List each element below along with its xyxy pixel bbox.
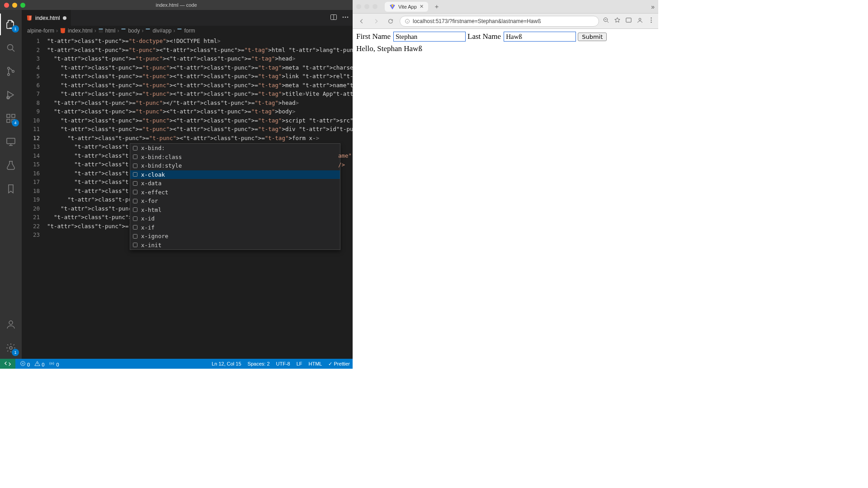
suggest-item[interactable]: x-bind:style [130, 161, 340, 170]
vscode-window: index.html — code 1 4 [0, 0, 353, 369]
forward-button[interactable] [371, 16, 382, 27]
submit-button[interactable]: Submit [578, 33, 607, 41]
minimize-window-button[interactable] [12, 3, 17, 8]
svg-rect-24 [133, 216, 137, 221]
tab-index-html[interactable]: index.html [22, 10, 71, 26]
remote-indicator[interactable] [0, 359, 15, 369]
suggest-item[interactable]: x-data [130, 179, 340, 188]
address-bar[interactable]: localhost:5173/?firstname=Stephan&lastna… [400, 16, 599, 27]
suggest-item[interactable]: x-id [130, 214, 340, 223]
status-errors[interactable]: 0 [20, 361, 30, 367]
browser-minimize-button[interactable] [364, 4, 369, 9]
suggest-item[interactable]: x-cloak [130, 170, 340, 179]
extensions-puzzle-icon[interactable] [625, 17, 632, 25]
vite-favicon-icon [389, 4, 396, 10]
suggest-kind-icon [132, 233, 138, 239]
svg-rect-25 [133, 225, 137, 230]
breadcrumb-item[interactable]: index.html [60, 28, 93, 34]
suggest-item[interactable]: x-effect [130, 188, 340, 197]
suggest-item[interactable]: x-for [130, 197, 340, 206]
split-editor-icon[interactable] [330, 14, 337, 23]
source-control-icon[interactable] [0, 61, 22, 82]
profile-icon[interactable] [637, 17, 643, 25]
status-encoding[interactable]: UTF-8 [276, 361, 290, 366]
testing-icon[interactable] [0, 155, 22, 176]
lastname-input[interactable] [504, 32, 576, 42]
settings-gear-icon[interactable]: 1 [0, 337, 22, 359]
browser-window: Vite App ✕ ＋ » localhost:5173/?firstname… [353, 0, 658, 369]
svg-point-33 [639, 18, 641, 20]
status-eol[interactable]: LF [297, 361, 302, 366]
more-actions-icon[interactable] [342, 14, 349, 23]
browser-maximize-button[interactable] [373, 4, 377, 9]
explorer-icon[interactable]: 1 [0, 14, 22, 35]
svg-rect-26 [133, 234, 137, 238]
suggest-item[interactable]: x-ignore [130, 232, 340, 241]
search-icon[interactable] [0, 37, 22, 59]
browser-tab[interactable]: Vite App ✕ [385, 2, 428, 12]
svg-point-2 [8, 74, 10, 76]
suggest-kind-icon [132, 198, 138, 204]
url-text: localhost:5173/?firstname=Stephan&lastna… [413, 18, 541, 24]
breadcrumbs[interactable]: alpine-form› index.html› html› body› div… [22, 26, 353, 36]
svg-rect-8 [12, 114, 15, 117]
breadcrumb-item[interactable]: div#app [145, 28, 171, 34]
zoom-icon[interactable] [603, 17, 609, 25]
suggest-item[interactable]: x-init [130, 241, 340, 250]
lastname-label: Last Name [467, 32, 501, 41]
svg-point-0 [8, 45, 13, 50]
accounts-icon[interactable] [0, 314, 22, 335]
back-button[interactable] [356, 16, 367, 27]
suggest-item[interactable]: x-bind:class [130, 153, 340, 162]
svg-rect-32 [626, 18, 631, 22]
browser-tab-title: Vite App [398, 4, 417, 9]
browser-menu-icon[interactable]: » [651, 3, 655, 10]
status-cursor[interactable]: Ln 12, Col 15 [212, 361, 241, 366]
status-language[interactable]: HTML [309, 361, 322, 366]
breadcrumb-item[interactable]: html [98, 28, 116, 34]
new-tab-button[interactable]: ＋ [432, 3, 442, 11]
close-window-button[interactable] [4, 3, 9, 8]
svg-point-14 [345, 16, 346, 18]
suggest-kind-icon [132, 171, 138, 178]
svg-rect-20 [133, 181, 137, 185]
suggest-item[interactable]: x-bind: [130, 144, 340, 153]
autocomplete-popup[interactable]: x-bind:x-bind:classx-bind:stylex-cloakx-… [130, 143, 340, 250]
status-bar: 0 0 0 Ln 12, Col 15 Spaces: 2 UTF-8 LF H… [0, 359, 353, 369]
greeting-text: Hello, Stephan Hawß [356, 44, 655, 53]
svg-point-13 [343, 16, 344, 18]
run-debug-icon[interactable] [0, 84, 22, 106]
extensions-icon[interactable]: 4 [0, 108, 22, 129]
svg-rect-22 [133, 199, 137, 203]
svg-point-36 [651, 22, 651, 23]
suggest-item[interactable]: x-html [130, 206, 340, 215]
remote-explorer-icon[interactable] [0, 131, 22, 153]
bookmark-star-icon[interactable] [614, 17, 621, 25]
breadcrumb-item[interactable]: body [121, 28, 140, 34]
breadcrumb-item[interactable]: alpine-form [27, 28, 54, 34]
suggest-kind-icon [132, 224, 138, 230]
tab-close-icon[interactable]: ✕ [420, 4, 424, 9]
maximize-window-button[interactable] [20, 3, 25, 8]
page-content: First Name Last Name Submit Hello, Steph… [353, 29, 658, 369]
status-spaces[interactable]: Spaces: 2 [248, 361, 270, 366]
suggest-kind-icon [132, 216, 138, 222]
suggest-kind-icon [132, 154, 138, 160]
suggest-kind-icon [132, 206, 138, 213]
svg-point-34 [651, 18, 651, 19]
browser-close-button[interactable] [356, 4, 361, 9]
editor-tabbar: index.html [22, 10, 353, 26]
bookmarks-icon[interactable] [0, 178, 22, 200]
status-prettier[interactable]: ✓ Prettier [328, 361, 350, 367]
breadcrumb-item[interactable]: form [177, 28, 195, 34]
suggest-item[interactable]: x-if [130, 223, 340, 232]
status-ports[interactable]: 0 [49, 361, 59, 367]
svg-point-35 [651, 19, 651, 20]
firstname-input[interactable] [393, 32, 466, 42]
svg-rect-17 [133, 155, 137, 159]
status-warnings[interactable]: 0 [34, 361, 44, 367]
site-info-icon [405, 19, 410, 24]
reload-button[interactable] [385, 16, 396, 27]
code-editor[interactable]: 1234567891011121314151617181920212223 "t… [22, 36, 353, 359]
overflow-menu-icon[interactable] [648, 17, 655, 25]
